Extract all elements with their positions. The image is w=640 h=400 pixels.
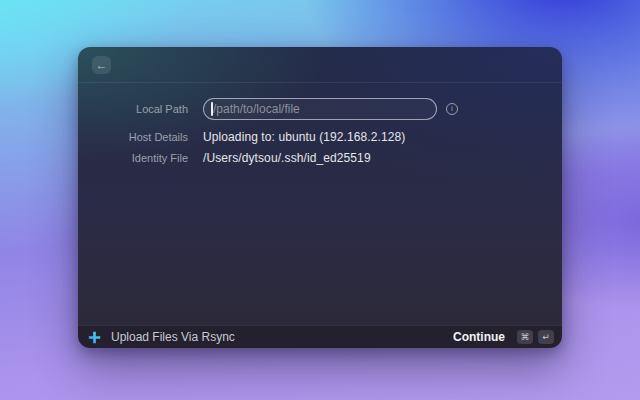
- identity-file-row: Identity File /Users/dytsou/.ssh/id_ed25…: [78, 149, 562, 167]
- identity-file-value: /Users/dytsou/.ssh/id_ed25519: [203, 151, 371, 165]
- continue-button[interactable]: Continue: [453, 330, 505, 344]
- command-title: Upload Files Via Rsync: [111, 330, 235, 344]
- upload-form: Local Path i Host Details Uploading to: …: [78, 83, 562, 167]
- info-icon[interactable]: i: [446, 103, 458, 115]
- command-key-icon: ⌘: [517, 330, 533, 344]
- host-details-row: Host Details Uploading to: ubuntu (192.1…: [78, 128, 562, 146]
- text-cursor: [211, 102, 213, 116]
- local-path-input-wrap: [203, 98, 437, 120]
- action-bar: Upload Files Via Rsync Continue ⌘ ↵: [78, 325, 562, 348]
- raycast-window: ← Local Path i Host Details Uploading to…: [78, 47, 562, 348]
- local-path-input[interactable]: [203, 98, 437, 120]
- return-key-icon: ↵: [538, 330, 554, 344]
- back-button[interactable]: ←: [92, 56, 111, 74]
- desktop-background: { "colors": { "bg_top_left": "#6ae4f6", …: [0, 0, 640, 400]
- host-details-value: Uploading to: ubuntu (192.168.2.128): [203, 130, 405, 144]
- host-details-label: Host Details: [98, 131, 188, 143]
- rsync-extension-icon: [88, 331, 101, 344]
- local-path-label: Local Path: [98, 103, 188, 115]
- local-path-row: Local Path i: [78, 98, 562, 120]
- identity-file-label: Identity File: [98, 152, 188, 164]
- window-header: ←: [78, 47, 562, 83]
